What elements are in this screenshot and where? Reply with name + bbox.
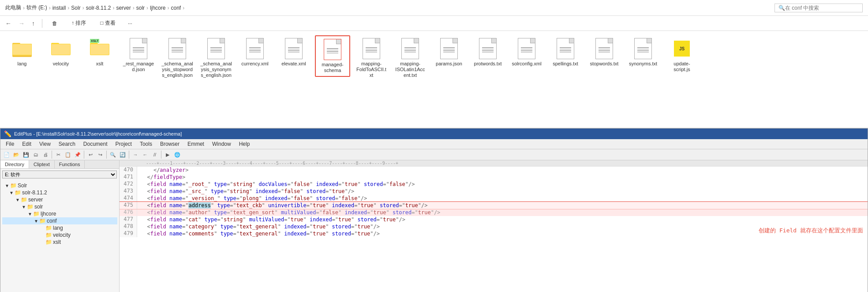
tree-solr[interactable]: ▼ 📁 Solr bbox=[2, 182, 117, 189]
list-item[interactable]: mapping-FoldToASCII.txt bbox=[354, 35, 389, 81]
menu-view[interactable]: View bbox=[36, 140, 54, 148]
nav-back-button[interactable]: ← bbox=[5, 20, 11, 27]
tree-velocity[interactable]: 📁 velocity bbox=[2, 231, 117, 239]
tb-replace[interactable]: 🔄 bbox=[118, 150, 127, 159]
menu-document[interactable]: Document bbox=[80, 140, 111, 148]
bc-conf[interactable]: conf bbox=[171, 5, 181, 11]
tb-save[interactable]: 💾 bbox=[22, 150, 30, 159]
list-item[interactable]: _rest_managed.json bbox=[121, 35, 156, 75]
menu-edit[interactable]: Edit bbox=[19, 140, 35, 148]
tb-run[interactable]: ▶ bbox=[163, 150, 172, 159]
line-content[interactable]: <field name="category" type="text_genera… bbox=[137, 223, 868, 230]
nav-up-button[interactable]: ↑ bbox=[32, 20, 35, 27]
tb-open[interactable]: 📂 bbox=[12, 150, 21, 159]
bc-install[interactable]: install bbox=[52, 5, 66, 11]
more-button[interactable]: ··· bbox=[125, 19, 135, 27]
line-content[interactable]: <field name="_src_" type="string" indexe… bbox=[137, 188, 868, 195]
bc-solr[interactable]: Solr bbox=[71, 5, 80, 11]
list-item[interactable]: managed-schema bbox=[315, 35, 350, 77]
file-doc-icon bbox=[516, 38, 537, 59]
tb-paste[interactable]: 📌 bbox=[73, 150, 82, 159]
menu-tools[interactable]: Tools bbox=[136, 140, 156, 148]
tb-comment[interactable]: // bbox=[150, 150, 159, 159]
tb-unindent[interactable]: ← bbox=[141, 150, 150, 159]
tb-new[interactable]: 📄 bbox=[2, 150, 11, 159]
line-content[interactable]: <field name="_root_" type="string" docVa… bbox=[137, 181, 868, 188]
tb-print[interactable]: 🖨 bbox=[41, 150, 50, 159]
menu-help[interactable]: Help bbox=[236, 140, 254, 148]
drive-select[interactable]: E: 软件 bbox=[2, 171, 117, 178]
line-content[interactable]: <field name="address" type="text_ckb" un… bbox=[137, 202, 868, 209]
line-content[interactable]: </analyzer> bbox=[137, 167, 868, 174]
recycle-button[interactable]: 🗑 bbox=[49, 19, 60, 27]
line-number: 475 bbox=[120, 202, 137, 209]
menu-project[interactable]: Project bbox=[112, 140, 135, 148]
tab-directory[interactable]: Directory bbox=[0, 160, 29, 168]
list-item[interactable]: elevate.xml bbox=[276, 35, 311, 69]
bc-solr2[interactable]: solr bbox=[136, 5, 145, 11]
bc-version[interactable]: solr-8.11.2 bbox=[86, 5, 111, 11]
list-item[interactable]: currency.xml bbox=[237, 35, 273, 69]
tree-solr2[interactable]: ▼ 📁 solr bbox=[2, 203, 117, 210]
bc-server[interactable]: server bbox=[116, 5, 131, 11]
list-item[interactable]: _schema_analysis_stopwords_english.json bbox=[160, 35, 195, 81]
view-label: □ 查看 bbox=[100, 19, 116, 27]
menu-search[interactable]: Search bbox=[55, 140, 79, 148]
tree-xslt[interactable]: 📁 xslt bbox=[2, 239, 117, 246]
file-doc-icon bbox=[400, 38, 421, 59]
list-item[interactable]: XSLT xslt bbox=[82, 35, 117, 69]
line-content[interactable]: <field name="comments" type="text_genera… bbox=[137, 230, 868, 237]
list-item[interactable]: _schema_analysis_synonyms_english.json bbox=[198, 35, 234, 81]
list-item[interactable]: solrconfig.xml bbox=[509, 35, 544, 69]
tab-cliptext[interactable]: Cliptext bbox=[29, 160, 55, 168]
nav-forward-button[interactable]: → bbox=[19, 20, 25, 27]
tb-redo[interactable]: ↪ bbox=[96, 150, 105, 159]
file-doc-icon bbox=[167, 38, 188, 59]
tree-conf[interactable]: ▼ 📁 conf bbox=[2, 217, 117, 224]
menu-browser[interactable]: Browser bbox=[157, 140, 183, 148]
menu-file[interactable]: File bbox=[2, 140, 18, 148]
list-item[interactable]: stopwords.txt bbox=[587, 35, 622, 69]
line-content[interactable]: </fieldType> bbox=[137, 174, 868, 181]
tree-ljhcore[interactable]: ▼ 📁 ljhcore bbox=[2, 210, 117, 217]
tb-saveall[interactable]: 🗂 bbox=[31, 150, 40, 159]
line-content[interactable]: <field name="cat" type="string" multiVal… bbox=[137, 216, 868, 223]
list-item[interactable]: JS update-script.js bbox=[664, 35, 700, 75]
file-name: mapping-ISOLatin1Accent.txt bbox=[394, 61, 426, 79]
tree-version[interactable]: ▼ 📁 solr-8.11.2 bbox=[2, 189, 117, 196]
menu-emmet[interactable]: Emmet bbox=[184, 140, 208, 148]
list-item[interactable]: synonyms.txt bbox=[625, 35, 661, 69]
tab-functions[interactable]: Functions bbox=[55, 160, 85, 168]
tb-undo[interactable]: ↩ bbox=[86, 150, 95, 159]
file-name: update-script.js bbox=[666, 61, 698, 72]
sort-button[interactable]: ↑ 排序 bbox=[67, 19, 89, 28]
bc-computer[interactable]: 此电脑 bbox=[5, 4, 21, 11]
line-content[interactable]: <field name="_version_" type="plong" ind… bbox=[137, 195, 868, 202]
view-button[interactable]: □ 查看 bbox=[96, 19, 118, 28]
list-item[interactable]: protwords.txt bbox=[470, 35, 505, 69]
tb-cut[interactable]: ✂ bbox=[54, 150, 63, 159]
list-item[interactable]: lang bbox=[4, 35, 40, 69]
tree-expand-icon: ▼ bbox=[8, 190, 15, 195]
tb-find[interactable]: 🔍 bbox=[108, 150, 117, 159]
search-box[interactable]: 🔍 bbox=[774, 4, 863, 12]
line-number: 471 bbox=[120, 174, 137, 181]
list-item[interactable]: spellings.txt bbox=[548, 35, 583, 69]
list-item[interactable]: mapping-ISOLatin1Accent.txt bbox=[393, 35, 428, 81]
tb-copy[interactable]: 📋 bbox=[64, 150, 72, 159]
menu-window[interactable]: Window bbox=[209, 140, 235, 148]
line-content[interactable]: <field name="author" type="text_gen_sort… bbox=[137, 209, 868, 216]
tb-sep2 bbox=[84, 151, 84, 159]
tree-lang[interactable]: 📁 lang bbox=[2, 224, 117, 231]
list-item[interactable]: params.json bbox=[431, 35, 467, 69]
code-editor[interactable]: ----+----1----+----2----+----3----+----4… bbox=[120, 160, 868, 292]
tree-server[interactable]: ▼ 📁 server bbox=[2, 196, 117, 203]
search-input[interactable] bbox=[785, 5, 856, 11]
list-item[interactable]: velocity bbox=[43, 35, 79, 69]
table-row: 476 <field name="author" type="text_gen_… bbox=[120, 209, 868, 216]
table-row: 473 <field name="_src_" type="string" in… bbox=[120, 188, 868, 195]
bc-core[interactable]: ljhcore bbox=[150, 5, 165, 11]
bc-drive[interactable]: 软件 (E:) bbox=[26, 4, 47, 11]
tb-browser[interactable]: 🌐 bbox=[173, 150, 182, 159]
tb-indent[interactable]: → bbox=[131, 150, 140, 159]
